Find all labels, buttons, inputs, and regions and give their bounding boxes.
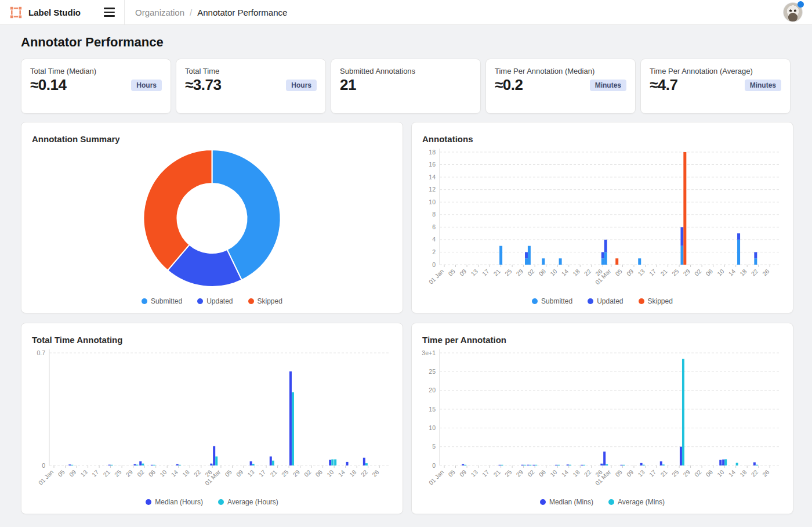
bar-median-01-feb[interactable]: [139, 461, 142, 465]
bar-median-27-feb[interactable]: [603, 452, 606, 465]
bar-average-21-apr[interactable]: [365, 463, 368, 465]
bar-median-05-feb[interactable]: [151, 465, 153, 465]
bar-median-05-mar[interactable]: [620, 465, 622, 465]
bar-median-21-jan[interactable]: [108, 465, 111, 465]
bar-median-08-jan[interactable]: [462, 464, 464, 465]
breadcrumb-organization[interactable]: Organization: [135, 8, 184, 17]
bar-average-01-feb[interactable]: [142, 464, 144, 465]
x-tick-label: 06: [704, 468, 714, 478]
bar-average-19-mar[interactable]: [272, 461, 274, 465]
bar-submitted-11-mar[interactable]: [638, 258, 641, 265]
annotation-summary-donut-chart[interactable]: [30, 145, 394, 291]
legend-item-median-mins[interactable]: Median (Mins): [540, 498, 593, 506]
bar-average-27-feb[interactable]: [215, 456, 217, 465]
bar-median-15-apr[interactable]: [346, 462, 349, 465]
bar-average-27-feb[interactable]: [606, 464, 608, 465]
bar-average-21-jan[interactable]: [111, 465, 113, 465]
bar-median-19-mar[interactable]: [660, 461, 662, 465]
bar-average-08-jan[interactable]: [464, 465, 466, 465]
bar-median-26-mar[interactable]: [680, 447, 682, 465]
bar-submitted-31-jan[interactable]: [528, 246, 531, 265]
bar-skipped-03-mar[interactable]: [615, 258, 618, 265]
legend-item-updated[interactable]: Updated: [588, 297, 623, 305]
bar-average-29-jan[interactable]: [524, 465, 526, 465]
bar-submitted-21-apr[interactable]: [754, 258, 757, 265]
bar-median-19-feb[interactable]: [581, 465, 583, 465]
user-avatar[interactable]: [783, 2, 803, 22]
bar-average-07-jan[interactable]: [71, 465, 73, 465]
legend-item-submitted[interactable]: Submitted: [532, 297, 572, 305]
bar-median-27-feb[interactable]: [213, 446, 215, 465]
bar-average-19-feb[interactable]: [583, 465, 585, 465]
annotations-bar-chart[interactable]: 02468101214161801 Jan0509131721252902061…: [420, 145, 785, 293]
legend-item-skipped[interactable]: Skipped: [639, 297, 673, 305]
bar-updated-15-apr[interactable]: [737, 233, 740, 240]
bar-average-14-feb[interactable]: [569, 465, 571, 465]
bar-submitted-27-feb[interactable]: [604, 252, 607, 265]
bar-median-21-apr[interactable]: [753, 463, 756, 465]
bar-median-10-feb[interactable]: [555, 465, 557, 465]
bar-average-14-apr[interactable]: [736, 463, 738, 465]
bar-average-21-jan[interactable]: [501, 465, 503, 465]
bar-median-21-jan[interactable]: [499, 465, 501, 465]
bar-average-14-feb[interactable]: [179, 465, 181, 465]
bar-median-31-jan[interactable]: [527, 465, 529, 465]
bar-average-12-mar[interactable]: [252, 464, 255, 465]
bar-median-02-feb[interactable]: [532, 465, 535, 465]
bar-average-26-mar[interactable]: [682, 359, 684, 465]
bar-updated-26-mar[interactable]: [680, 227, 683, 246]
bar-skipped-27-mar[interactable]: [683, 152, 686, 265]
bar-average-30-jan[interactable]: [136, 465, 139, 465]
bar-median-12-mar[interactable]: [640, 463, 643, 465]
legend-item-median-hours[interactable]: Median (Hours): [146, 498, 203, 506]
bar-average-10-feb[interactable]: [557, 465, 560, 465]
bar-average-19-mar[interactable]: [662, 464, 665, 465]
bar-average-10-apr[interactable]: [334, 459, 336, 465]
x-tick-label: 25: [670, 468, 680, 478]
bar-median-19-mar[interactable]: [270, 456, 272, 465]
menu-toggle-button[interactable]: [103, 5, 116, 19]
legend-item-average-hours[interactable]: Average (Hours): [218, 498, 278, 506]
bar-average-31-jan[interactable]: [529, 465, 531, 465]
bar-median-14-feb[interactable]: [176, 464, 179, 465]
legend-item-submitted[interactable]: Submitted: [142, 297, 182, 305]
bar-average-21-apr[interactable]: [756, 465, 758, 465]
bar-median-07-jan[interactable]: [68, 464, 71, 465]
bar-median-14-feb[interactable]: [567, 464, 569, 465]
bar-average-10-apr[interactable]: [724, 459, 727, 465]
legend-item-average-mins[interactable]: Average (Mins): [608, 498, 665, 506]
time-per-annotation-bar-chart[interactable]: 3e+1252015105001 Jan05091317212529020610…: [420, 346, 785, 493]
bar-median-30-jan[interactable]: [134, 464, 136, 465]
bar-average-09-apr[interactable]: [331, 459, 334, 465]
brand-area[interactable]: Label Studio: [0, 0, 125, 24]
bar-median-09-apr[interactable]: [329, 460, 331, 465]
bar-submitted-30-jan[interactable]: [525, 258, 528, 265]
bar-updated-27-feb[interactable]: [604, 240, 607, 252]
bar-average-02-feb[interactable]: [535, 465, 537, 465]
bar-median-09-apr[interactable]: [719, 460, 722, 465]
bar-median-26-mar[interactable]: [289, 371, 292, 465]
bar-median-26-feb[interactable]: [210, 464, 212, 465]
bar-updated-21-apr[interactable]: [754, 252, 757, 258]
legend-item-skipped[interactable]: Skipped: [248, 297, 282, 305]
bar-median-12-mar[interactable]: [250, 461, 252, 465]
bar-median-21-apr[interactable]: [363, 458, 365, 465]
x-tick-label: 17: [648, 468, 658, 478]
bar-submitted-26-feb[interactable]: [601, 258, 604, 265]
bar-submitted-21-jan[interactable]: [499, 246, 502, 265]
bar-updated-26-feb[interactable]: [601, 252, 604, 258]
bar-average-12-mar[interactable]: [643, 465, 645, 465]
bar-updated-30-jan[interactable]: [525, 252, 528, 258]
total-time-annotating-bar-chart[interactable]: 0.7001 Jan050913172125290206101418222601…: [30, 346, 394, 493]
bar-submitted-26-mar[interactable]: [680, 246, 683, 265]
bar-average-26-mar[interactable]: [292, 392, 294, 465]
bar-average-05-mar[interactable]: [622, 465, 625, 465]
bar-submitted-11-feb[interactable]: [559, 258, 562, 265]
bar-submitted-05-feb[interactable]: [542, 258, 545, 265]
bar-median-26-feb[interactable]: [600, 464, 603, 465]
bar-submitted-15-apr[interactable]: [737, 240, 740, 265]
bar-median-10-apr[interactable]: [722, 460, 724, 465]
legend-item-updated[interactable]: Updated: [197, 297, 233, 305]
bar-median-29-jan[interactable]: [521, 465, 524, 465]
bar-average-05-feb[interactable]: [153, 465, 155, 465]
